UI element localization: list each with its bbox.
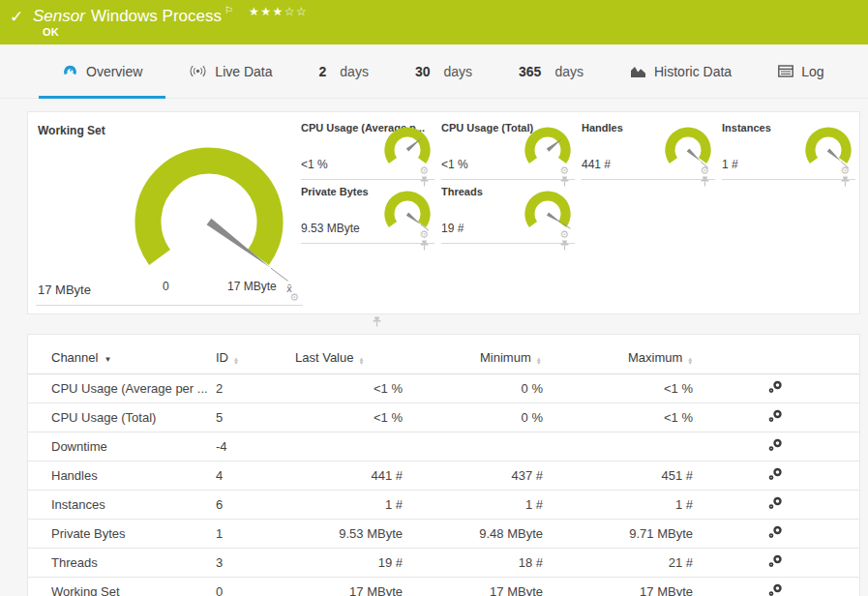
- table-header-row: Channel▼ ID▲▼ Last Value▲▼ Minimum▲▼ Max…: [28, 335, 859, 374]
- column-header-channel[interactable]: Channel▼: [28, 335, 216, 374]
- channel-name[interactable]: Downtime: [28, 432, 216, 462]
- channel-name[interactable]: Instances: [28, 491, 216, 520]
- table-row[interactable]: Threads319 #18 #21 #: [28, 549, 859, 578]
- channel-settings-icon[interactable]: [767, 554, 783, 571]
- channel-minimum: 437 #: [427, 462, 567, 491]
- channel-maximum: 451 #: [567, 462, 717, 491]
- priority-stars[interactable]: ★★★☆☆: [249, 5, 308, 18]
- tab-number: 30: [415, 64, 431, 79]
- sensor-title: SensorWindows Process⚐★★★☆☆: [33, 5, 308, 26]
- channel-name[interactable]: Threads: [28, 549, 216, 578]
- tab-settings[interactable]: ⚙ Settings: [847, 45, 868, 98]
- column-header-id[interactable]: ID▲▼: [216, 335, 293, 374]
- tab-label: days: [443, 64, 472, 79]
- table-row[interactable]: Private Bytes19.53 MByte9.48 MByte9.71 M…: [28, 520, 859, 549]
- channel-id: 3: [216, 549, 293, 578]
- sensor-type-label: Sensor: [33, 7, 85, 25]
- channel-settings-icon[interactable]: [767, 409, 783, 426]
- pin-icon[interactable]: [560, 240, 569, 251]
- gauge-cell[interactable]: Threads 19 #⚙: [441, 180, 575, 244]
- tab-live-data[interactable]: Live Data: [165, 45, 295, 98]
- gear-icon[interactable]: ⚙: [700, 166, 709, 176]
- gauge-actions: ⚙: [419, 230, 429, 240]
- table-row[interactable]: CPU Usage (Total)5<1 %0 %<1 %: [28, 403, 859, 432]
- column-header-last-value[interactable]: Last Value▲▼: [293, 335, 427, 374]
- channel-settings-icon[interactable]: [767, 525, 783, 542]
- gauge-working-set[interactable]: Working Set x̄ 0 17 MByte 17 MByte ⚙: [34, 116, 305, 306]
- table-row[interactable]: Downtime-4: [28, 432, 859, 462]
- gear-icon[interactable]: ⚙: [289, 293, 299, 303]
- table-row[interactable]: CPU Usage (Average per ...2<1 %0 %<1 %: [28, 374, 859, 403]
- column-header-actions: [717, 335, 859, 374]
- tab-label: Live Data: [215, 64, 272, 79]
- channel-last-value: 441 #: [293, 462, 427, 491]
- tab-historic-data[interactable]: Historic Data: [607, 45, 755, 98]
- gauge-value: <1 %: [441, 158, 468, 171]
- table-row[interactable]: Handles4441 #437 #451 #: [28, 462, 859, 491]
- channel-id: 4: [216, 462, 293, 491]
- gauge-cell[interactable]: CPU Usage (Total) <1 %⚙: [441, 116, 575, 180]
- gauge-actions: ⚙: [559, 230, 569, 240]
- gear-icon[interactable]: ⚙: [559, 230, 569, 240]
- channel-maximum: 17 MByte: [567, 578, 717, 596]
- channel-minimum: 18 #: [427, 549, 567, 578]
- gear-icon[interactable]: ⚙: [559, 166, 569, 176]
- channel-minimum: [427, 432, 567, 462]
- log-icon: [778, 65, 793, 77]
- channel-settings-icon[interactable]: [767, 583, 783, 596]
- channel-last-value: 17 MByte: [293, 578, 427, 596]
- gauge-cell[interactable]: Handles 441 #⚙: [582, 116, 715, 180]
- gauge-actions: ⚙: [840, 166, 850, 176]
- channel-maximum: 9.71 MByte: [567, 520, 717, 549]
- channel-id: 0: [216, 578, 293, 596]
- pin-icon[interactable]: [373, 316, 381, 327]
- channel-settings-icon[interactable]: [767, 438, 783, 455]
- gauge-actions: ⚙: [289, 293, 299, 303]
- gauge-scale-max: 17 MByte: [227, 280, 277, 293]
- gauge-cell[interactable]: CPU Usage (Average p... <1 %⚙: [301, 116, 434, 180]
- channel-name[interactable]: Working Set: [28, 578, 216, 596]
- gear-icon[interactable]: ⚙: [419, 230, 429, 240]
- channel-id: 6: [216, 491, 293, 520]
- gauge-value: 1 #: [722, 158, 738, 171]
- channel-name[interactable]: Handles: [28, 462, 216, 491]
- channel-table-panel: Channel▼ ID▲▼ Last Value▲▼ Minimum▲▼ Max…: [27, 334, 860, 596]
- channel-name[interactable]: CPU Usage (Average per ...: [28, 374, 216, 403]
- pin-icon[interactable]: [841, 176, 850, 187]
- gear-icon[interactable]: ⚙: [840, 166, 850, 176]
- channel-settings-icon[interactable]: [767, 496, 783, 513]
- tab-30-days[interactable]: 30days: [392, 45, 495, 98]
- gauge-value: 441 #: [582, 158, 611, 171]
- gear-icon[interactable]: ⚙: [419, 166, 429, 176]
- channel-last-value: 19 #: [293, 549, 427, 578]
- channel-name[interactable]: Private Bytes: [28, 520, 216, 549]
- channel-name[interactable]: CPU Usage (Total): [28, 403, 216, 432]
- column-header-minimum[interactable]: Minimum▲▼: [427, 335, 567, 374]
- gauge-cell[interactable]: Private Bytes 9.53 MByte⚙: [301, 180, 434, 244]
- channel-last-value: 9.53 MByte: [293, 520, 427, 549]
- channel-id: -4: [216, 432, 293, 462]
- channel-settings-icon[interactable]: [767, 467, 783, 484]
- table-row[interactable]: Instances61 #1 #1 #: [28, 491, 859, 520]
- channel-table: Channel▼ ID▲▼ Last Value▲▼ Minimum▲▼ Max…: [28, 335, 859, 596]
- tab-2-days[interactable]: 2days: [296, 45, 392, 98]
- channel-maximum: [567, 432, 717, 462]
- pin-icon[interactable]: [420, 240, 429, 251]
- gauge-title: Working Set: [38, 124, 105, 137]
- channel-maximum: <1 %: [567, 403, 717, 432]
- sensor-status-bar: ✓ SensorWindows Process⚐★★★☆☆ OK: [0, 0, 868, 45]
- column-header-maximum[interactable]: Maximum▲▼: [567, 335, 717, 374]
- tab-log[interactable]: Log: [755, 45, 847, 98]
- sensor-name: Windows Process: [91, 7, 222, 25]
- table-row[interactable]: Working Set017 MByte17 MByte17 MByte: [28, 578, 859, 596]
- channel-id: 1: [216, 520, 293, 549]
- tab-overview[interactable]: Overview: [39, 45, 165, 98]
- sort-icon: ▲▼: [233, 357, 239, 365]
- pin-icon[interactable]: [701, 176, 709, 187]
- channel-id: 5: [216, 403, 293, 432]
- gauge-value: 9.53 MByte: [301, 222, 360, 235]
- flag-icon[interactable]: ⚐: [224, 5, 233, 15]
- tab-365-days[interactable]: 365days: [495, 45, 607, 98]
- channel-settings-icon[interactable]: [767, 380, 783, 397]
- gauge-cell[interactable]: Instances 1 #⚙: [722, 116, 855, 180]
